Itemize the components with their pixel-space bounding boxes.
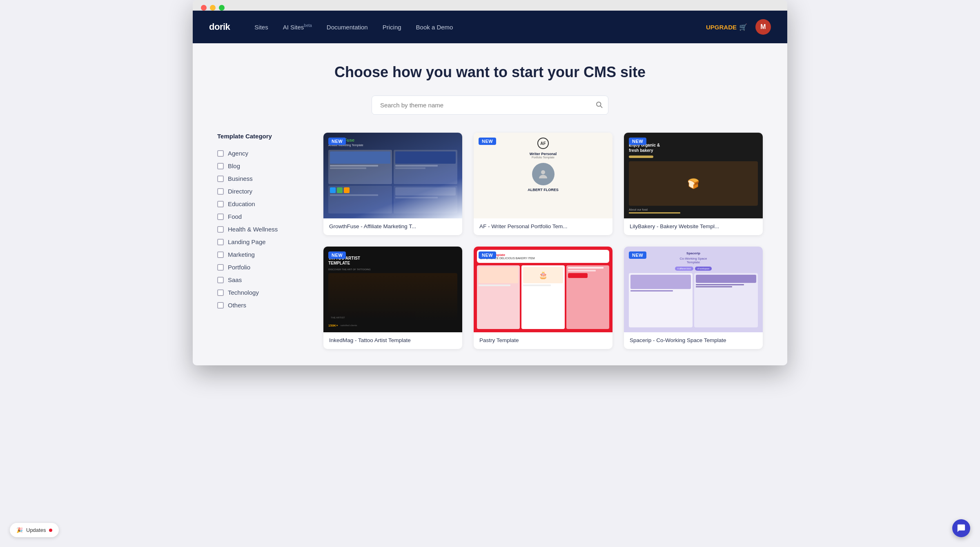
sidebar-item-marketing[interactable]: Marketing bbox=[217, 248, 307, 261]
nav-link-ai-sites[interactable]: AI Sitesbeta bbox=[283, 23, 312, 31]
top-nav: dorik Sites AI Sitesbeta Documentation P… bbox=[193, 11, 787, 43]
category-label-agency: Agency bbox=[228, 150, 248, 157]
category-checkbox-education[interactable] bbox=[217, 201, 224, 207]
template-name-spacerip: Spacerip - Co-Working Space Template bbox=[624, 332, 763, 349]
category-checkbox-business[interactable] bbox=[217, 176, 224, 182]
category-checkbox-food[interactable] bbox=[217, 213, 224, 220]
category-checkbox-saas[interactable] bbox=[217, 277, 224, 283]
sidebar-item-blog[interactable]: Blog bbox=[217, 160, 307, 172]
template-card-inkedmag[interactable]: NEW INKEDMAG TATTOO ARTISTTEMPLATE DISCO… bbox=[323, 247, 462, 349]
category-checkbox-directory[interactable] bbox=[217, 188, 224, 195]
template-thumb-growthfuse: NEW GrowthFuse Affiliate Marketing Templ… bbox=[323, 133, 462, 218]
category-label-directory: Directory bbox=[228, 188, 252, 195]
category-label-food: Food bbox=[228, 213, 242, 220]
search-input[interactable] bbox=[372, 96, 608, 115]
sidebar-item-education[interactable]: Education bbox=[217, 198, 307, 210]
sidebar-item-agency[interactable]: Agency bbox=[217, 147, 307, 160]
category-checkbox-landing-page[interactable] bbox=[217, 239, 224, 245]
nav-link-book-demo[interactable]: Book a Demo bbox=[416, 24, 453, 31]
category-label-portfolio: Portfolio bbox=[228, 264, 250, 271]
sidebar-item-portfolio[interactable]: Portfolio bbox=[217, 261, 307, 274]
template-thumb-tattoo: NEW INKEDMAG TATTOO ARTISTTEMPLATE DISCO… bbox=[323, 247, 462, 332]
category-checkbox-others[interactable] bbox=[217, 302, 224, 309]
search-icon bbox=[595, 101, 603, 108]
chat-bubble[interactable] bbox=[952, 519, 970, 537]
category-label-education: Education bbox=[228, 200, 255, 207]
sidebar-item-technology[interactable]: Technology bbox=[217, 286, 307, 299]
maximize-dot[interactable] bbox=[219, 5, 225, 11]
updates-bar[interactable]: 🎉 Updates bbox=[10, 523, 59, 537]
category-label-business: Business bbox=[228, 175, 253, 182]
updates-emoji: 🎉 bbox=[16, 527, 23, 533]
sidebar-item-health-wellness[interactable]: Health & Wellness bbox=[217, 223, 307, 236]
upgrade-button[interactable]: UPGRADE 🛒 bbox=[706, 23, 747, 31]
templates-grid: NEW GrowthFuse Affiliate Marketing Templ… bbox=[323, 133, 763, 349]
search-wrapper bbox=[372, 96, 608, 115]
category-label-landing-page: Landing Page bbox=[228, 238, 266, 245]
category-label-saas: Saas bbox=[228, 276, 242, 283]
svg-line-1 bbox=[600, 106, 602, 107]
main-content: Choose how you want to start your CMS si… bbox=[193, 43, 787, 365]
sidebar-item-landing-page[interactable]: Landing Page bbox=[217, 236, 307, 248]
template-name-inkedmag: InkedMag - Tattoo Artist Template bbox=[323, 332, 462, 349]
minimize-dot[interactable] bbox=[210, 5, 216, 11]
new-badge-growthfuse: NEW bbox=[328, 138, 346, 145]
category-checkbox-health-wellness[interactable] bbox=[217, 226, 224, 233]
category-checkbox-technology[interactable] bbox=[217, 289, 224, 296]
new-badge-pastry: NEW bbox=[479, 251, 496, 259]
sidebar-item-directory[interactable]: Directory bbox=[217, 185, 307, 198]
avatar[interactable]: M bbox=[755, 19, 771, 35]
chat-icon bbox=[957, 524, 966, 533]
sidebar-item-business[interactable]: Business bbox=[217, 172, 307, 185]
template-card-spacerip[interactable]: NEW Spacerip Co-Working SpaceTemplate A … bbox=[624, 247, 763, 349]
upgrade-icon: 🛒 bbox=[739, 23, 747, 31]
template-name-lilybakery: LilyBakery - Bakery Website Templ... bbox=[624, 218, 763, 235]
template-thumb-writer: NEW AF Writer Personal Portfolio Templat… bbox=[474, 133, 612, 218]
page-title: Choose how you want to start your CMS si… bbox=[217, 64, 763, 81]
nav-link-sites[interactable]: Sites bbox=[254, 24, 268, 31]
category-checkbox-blog[interactable] bbox=[217, 163, 224, 169]
template-card-growthfuse[interactable]: NEW GrowthFuse Affiliate Marketing Templ… bbox=[323, 133, 462, 235]
template-name-writer: AF - Writer Personal Portfolio Tem... bbox=[474, 218, 612, 235]
updates-label: Updates bbox=[26, 527, 46, 533]
close-dot[interactable] bbox=[201, 5, 207, 11]
template-thumb-pastry: NEW Pastry Template EXPERIENCE DELICIOUS… bbox=[474, 247, 612, 332]
nav-right: UPGRADE 🛒 M bbox=[706, 19, 771, 35]
sidebar-item-saas[interactable]: Saas bbox=[217, 274, 307, 286]
app-wrapper: dorik Sites AI Sitesbeta Documentation P… bbox=[193, 0, 787, 365]
category-label-health-wellness: Health & Wellness bbox=[228, 226, 278, 233]
template-name-pastry: Pastry Template bbox=[474, 332, 612, 349]
new-badge-tattoo: NEW bbox=[328, 251, 346, 259]
nav-link-pricing[interactable]: Pricing bbox=[383, 24, 401, 31]
template-thumb-coworking: NEW Spacerip Co-Working SpaceTemplate A … bbox=[624, 247, 763, 332]
content-row: Template Category Agency Blog Business D… bbox=[217, 133, 763, 349]
nav-links: Sites AI Sitesbeta Documentation Pricing… bbox=[254, 23, 690, 31]
logo: dorik bbox=[209, 22, 230, 32]
sidebar-item-others[interactable]: Others bbox=[217, 299, 307, 311]
search-button[interactable] bbox=[595, 101, 603, 110]
svg-point-2 bbox=[541, 170, 545, 174]
new-badge-spacerip: NEW bbox=[629, 251, 646, 259]
category-label-technology: Technology bbox=[228, 289, 259, 296]
template-name-growthfuse: GrowthFuse - Affiliate Marketing T... bbox=[323, 218, 462, 235]
sidebar-title: Template Category bbox=[217, 133, 307, 140]
category-label-others: Others bbox=[228, 302, 246, 309]
new-badge-writer: NEW bbox=[479, 138, 496, 145]
category-checkbox-marketing[interactable] bbox=[217, 251, 224, 258]
new-badge-bakery: NEW bbox=[629, 138, 646, 145]
template-card-pastry[interactable]: NEW Pastry Template EXPERIENCE DELICIOUS… bbox=[474, 247, 612, 349]
template-card-lilybakery[interactable]: NEW Lily Bakery Enjoy organic &fresh bak… bbox=[624, 133, 763, 235]
category-checkbox-portfolio[interactable] bbox=[217, 264, 224, 271]
template-card-writer[interactable]: NEW AF Writer Personal Portfolio Templat… bbox=[474, 133, 612, 235]
category-checkbox-agency[interactable] bbox=[217, 150, 224, 157]
category-label-blog: Blog bbox=[228, 162, 240, 169]
template-thumb-bakery: NEW Lily Bakery Enjoy organic &fresh bak… bbox=[624, 133, 763, 218]
updates-dot bbox=[49, 529, 52, 532]
browser-chrome bbox=[193, 0, 787, 11]
sidebar-item-food[interactable]: Food bbox=[217, 210, 307, 223]
nav-link-documentation[interactable]: Documentation bbox=[327, 24, 368, 31]
category-label-marketing: Marketing bbox=[228, 251, 255, 258]
sidebar: Template Category Agency Blog Business D… bbox=[217, 133, 307, 311]
